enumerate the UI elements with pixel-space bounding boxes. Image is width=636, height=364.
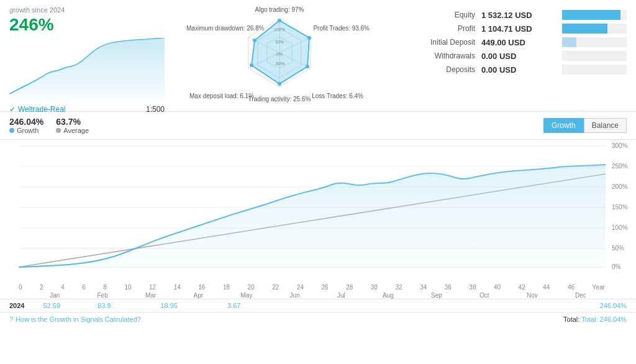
account-leverage: 1:500: [146, 105, 165, 114]
average-metric-label: Average: [56, 127, 89, 134]
growth-dot: [9, 128, 14, 133]
withdrawals-value: 0.00 USD: [481, 52, 556, 61]
loss-trades-label: Loss Trades: 6.4%: [312, 93, 363, 99]
month-labels: JanFebMarAprMayJunJulAugSepOctNovDec: [0, 292, 636, 299]
withdrawals-row: Withdrawals 0.00 USD: [394, 51, 627, 61]
data-value-total: 246.04%: [600, 302, 627, 309]
svg-text:0%: 0%: [276, 52, 283, 57]
growth-value: 246%: [9, 15, 165, 35]
average-dot: [56, 128, 61, 133]
svg-point-7: [278, 19, 281, 22]
stats-panel: Equity 1 532.12 USD Profit 1 104.71 USD …: [385, 0, 636, 111]
deposits-value: 0.00 USD: [481, 65, 556, 75]
data-value-2: 83.9: [98, 302, 111, 309]
initial-deposit-label: Initial Deposit: [394, 38, 475, 47]
x-axis-numbers: 0246810121416182022242628303234363840424…: [0, 283, 636, 292]
main-chart-container: 300% 250% 200% 150% 100% 50% 0%: [0, 140, 636, 283]
svg-point-9: [306, 65, 309, 68]
withdrawals-bar-container: [562, 51, 627, 61]
footer-bar: ? How is the Growth in Signals Calculate…: [0, 312, 636, 326]
svg-text:250%: 250%: [612, 163, 628, 170]
svg-text:50%: 50%: [275, 40, 284, 44]
data-value-4: 3.67: [227, 302, 240, 309]
growth-button[interactable]: Growth: [543, 118, 584, 133]
deposits-bar-container: [562, 65, 627, 75]
deposits-row: Deposits 0.00 USD: [394, 65, 627, 75]
growth-panel: growth since 2024 246% ✓ Weltrade-Real 1…: [0, 0, 174, 111]
max-deposit-label: Max deposit load: 6.1%: [189, 93, 254, 99]
average-metric: 63.7% Average: [56, 117, 89, 134]
balance-button[interactable]: Balance: [584, 118, 627, 133]
growth-metric: 246.04% Growth: [9, 117, 43, 134]
question-icon: ?: [9, 316, 13, 323]
growth-since-label: growth since 2024: [9, 6, 165, 14]
svg-text:100%: 100%: [612, 224, 628, 231]
chart-controls: 246.04% Growth 63.7% Average Growth Bala…: [0, 112, 636, 140]
growth-metric-label: Growth: [9, 127, 43, 134]
growth-calc-link[interactable]: How is the Growth in Signals Calculated?: [16, 316, 141, 323]
bottom-data-row: 2024 52.59 83.9 18.95 3.67 246.04%: [0, 299, 636, 312]
profit-bar-container: [562, 24, 627, 34]
equity-bar: [562, 10, 620, 20]
deposits-label: Deposits: [394, 65, 475, 74]
year-label: 2024: [9, 302, 24, 309]
data-value-1: 52.59: [43, 302, 60, 309]
average-metric-pct: 63.7%: [56, 117, 89, 127]
algo-trading-label: Algo trading: 97%: [255, 6, 304, 13]
initial-deposit-value: 449.00 USD: [481, 38, 556, 47]
equity-value: 1 532.12 USD: [481, 11, 556, 20]
trading-activity-label: Trading activity: 25.6%: [248, 96, 311, 102]
radar-panel: Algo trading: 97% Profit Trades: 93.6% L…: [174, 0, 385, 111]
svg-point-10: [278, 82, 281, 86]
data-value-3: 18.95: [160, 302, 178, 309]
profit-value: 1 104.71 USD: [481, 24, 556, 34]
svg-point-11: [250, 63, 253, 67]
initial-deposit-bar: [562, 37, 576, 47]
equity-label: Equity: [394, 11, 475, 19]
withdrawals-label: Withdrawals: [394, 52, 475, 60]
initial-deposit-bar-container: [562, 37, 627, 47]
svg-text:-50%: -50%: [275, 61, 284, 66]
toggle-buttons: Growth Balance: [543, 118, 627, 133]
account-info: ✓ Weltrade-Real 1:500: [9, 105, 165, 114]
account-name[interactable]: ✓ Weltrade-Real: [9, 105, 65, 114]
footer-total: Total: Total: 246.04%: [563, 316, 627, 323]
svg-text:100%: 100%: [274, 27, 285, 32]
svg-text:200%: 200%: [612, 183, 628, 190]
svg-text:0%: 0%: [612, 263, 621, 270]
initial-deposit-row: Initial Deposit 449.00 USD: [394, 37, 627, 47]
equity-row: Equity 1 532.12 USD: [394, 10, 627, 20]
main-chart-svg: 300% 250% 200% 150% 100% 50% 0%: [0, 140, 636, 283]
sparkline-chart: [9, 38, 165, 100]
svg-text:50%: 50%: [612, 245, 624, 252]
profit-bar: [562, 24, 607, 34]
profit-row: Profit 1 104.71 USD: [394, 24, 627, 34]
svg-point-8: [307, 36, 311, 40]
check-icon: ✓: [9, 105, 16, 114]
profit-label: Profit: [394, 24, 475, 33]
svg-point-12: [253, 39, 257, 42]
svg-text:150%: 150%: [612, 204, 628, 211]
equity-bar-container: [562, 10, 627, 20]
total-value: Total: 246.04%: [581, 316, 627, 323]
profit-trades-label: Profit Trades: 93.6%: [313, 25, 370, 32]
svg-text:300%: 300%: [612, 142, 628, 149]
growth-metric-pct: 246.04%: [9, 117, 43, 127]
